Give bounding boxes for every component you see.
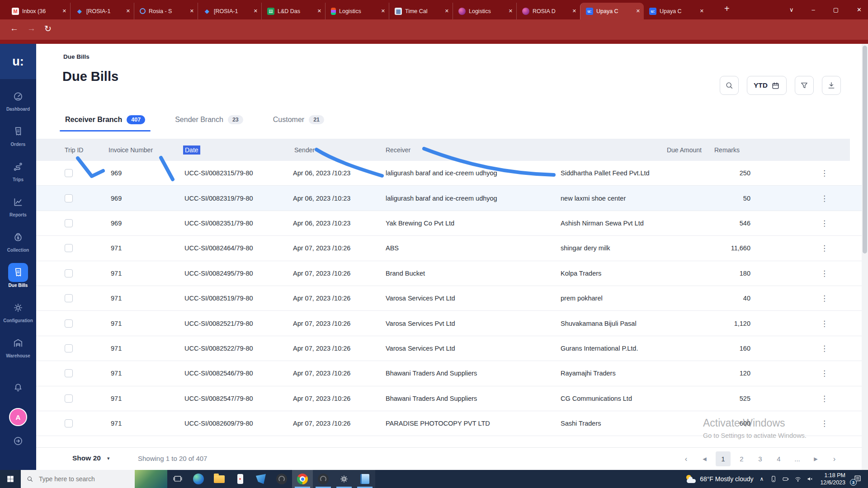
tray-volume-muted-icon[interactable] — [807, 475, 814, 483]
browser-tab[interactable]: [ROSIA-1 ✕ — [198, 3, 261, 19]
taskbar-app-file-explorer[interactable] — [209, 470, 230, 488]
row-menu-kebab-icon[interactable]: ⋮ — [821, 169, 829, 178]
page-scrollbar[interactable] — [862, 44, 868, 470]
forward-button[interactable]: → — [27, 23, 36, 33]
table-row[interactable]: 971 UCC-SI/0082609/79-80 Apr 07, 2023 /1… — [36, 411, 868, 436]
reload-button[interactable]: ↻ — [44, 23, 52, 34]
col-remarks[interactable]: Remarks — [714, 146, 740, 154]
window-minimize-button[interactable]: – — [812, 6, 815, 13]
row-checkbox[interactable] — [65, 344, 73, 352]
tab-close-icon[interactable]: ✕ — [509, 8, 513, 14]
sidebar-item-reports[interactable]: Reports — [0, 192, 36, 228]
browser-tab[interactable]: [ROSIA-1 ✕ — [70, 3, 134, 19]
app-logo[interactable]: u: — [0, 44, 36, 79]
browser-tab[interactable]: Rosia - S ✕ — [134, 3, 198, 19]
tray-battery-icon[interactable] — [782, 475, 789, 483]
row-menu-kebab-icon[interactable]: ⋮ — [821, 394, 829, 403]
taskbar-search-input[interactable] — [38, 475, 124, 483]
table-row[interactable]: 971 UCC-SI/0082519/79-80 Apr 07, 2023 /1… — [36, 286, 868, 311]
taskbar-app-dark-1[interactable] — [271, 470, 292, 488]
table-row[interactable]: 969 UCC-SI/0082319/79-80 Apr 06, 2023 /1… — [36, 186, 868, 211]
logout-icon[interactable] — [0, 435, 36, 447]
window-maximize-button[interactable]: ▢ — [833, 6, 839, 13]
page-tab[interactable]: Receiver Branch 407 — [63, 111, 147, 131]
sidebar-item-dashboard[interactable]: Dashboard — [0, 87, 36, 122]
pagination-prev-icon[interactable]: ◂ — [697, 451, 712, 466]
user-avatar[interactable]: A — [9, 408, 27, 426]
tab-close-icon[interactable]: ✕ — [254, 8, 258, 14]
taskbar-app-chrome[interactable] — [292, 470, 313, 488]
tab-close-icon[interactable]: ✕ — [700, 8, 704, 14]
col-trip-id[interactable]: Trip ID — [65, 146, 83, 154]
task-view-button[interactable] — [167, 470, 188, 488]
row-checkbox[interactable] — [65, 319, 73, 328]
tray-network-icon[interactable] — [794, 475, 802, 483]
col-sender[interactable]: Sender — [294, 146, 315, 154]
back-button[interactable]: ← — [10, 23, 19, 33]
filter-button[interactable] — [795, 76, 814, 95]
browser-tab[interactable]: ROSIA D ✕ — [516, 3, 580, 19]
row-menu-kebab-icon[interactable]: ⋮ — [821, 419, 829, 428]
row-checkbox[interactable] — [65, 244, 73, 252]
page-tab[interactable]: Sender Branch 23 — [173, 111, 245, 131]
row-menu-kebab-icon[interactable]: ⋮ — [821, 343, 829, 353]
row-checkbox[interactable] — [65, 294, 73, 302]
tab-close-icon[interactable]: ✕ — [445, 8, 449, 14]
row-checkbox[interactable] — [65, 169, 73, 177]
action-center-button[interactable]: 3 — [852, 473, 863, 485]
col-receiver[interactable]: Receiver — [386, 146, 410, 154]
taskbar-app-edge[interactable] — [188, 470, 209, 488]
col-invoice-number[interactable]: Invoice Number — [108, 146, 153, 154]
tab-search-chevron-icon[interactable]: ∨ — [789, 6, 794, 13]
row-menu-kebab-icon[interactable]: ⋮ — [821, 319, 829, 328]
browser-tab[interactable]: L&D Das ✕ — [261, 3, 325, 19]
taskbar-app-phone[interactable] — [230, 470, 250, 488]
tray-expand-chevron-icon[interactable]: ∧ — [760, 476, 764, 482]
row-menu-kebab-icon[interactable]: ⋮ — [821, 218, 829, 228]
start-button[interactable] — [0, 470, 21, 488]
taskbar-app-mail[interactable] — [250, 470, 271, 488]
table-row[interactable]: 969 UCC-SI/0082315/79-80 Apr 06, 2023 /1… — [36, 161, 868, 186]
row-checkbox[interactable] — [65, 219, 73, 227]
page-size-select[interactable]: Show 20 ▾ — [72, 454, 109, 462]
search-button[interactable] — [720, 76, 739, 95]
pagination-last-icon[interactable]: › — [827, 451, 842, 466]
pagination-page[interactable]: ... — [790, 451, 805, 466]
browser-tab[interactable]: Upaya C ✕ — [580, 3, 644, 19]
pagination-page[interactable]: 4 — [771, 451, 786, 466]
col-date-selected[interactable]: Date — [183, 145, 200, 155]
scrollbar-thumb[interactable] — [863, 46, 867, 253]
browser-tab[interactable]: Time Cal ✕ — [389, 3, 453, 19]
browser-tab[interactable]: Logistics ✕ — [453, 3, 516, 19]
taskbar-app-book[interactable] — [354, 470, 375, 488]
window-close-button[interactable]: ✕ — [857, 6, 862, 13]
table-row[interactable]: 971 UCC-SI/0082521/79-80 Apr 07, 2023 /1… — [36, 311, 868, 336]
pagination-page[interactable]: 3 — [753, 451, 768, 466]
pagination-next-icon[interactable]: ▸ — [808, 451, 823, 466]
table-row[interactable]: 971 UCC-SI/0082547/79-80 Apr 07, 2023 /1… — [36, 386, 868, 411]
sidebar-item-collection[interactable]: Collection — [0, 228, 36, 263]
table-row[interactable]: 971 UCC-SI/0082522/79-80 Apr 07, 2023 /1… — [36, 336, 868, 361]
table-row[interactable]: 971 UCC-SI/0082546/79-80 Apr 07, 2023 /1… — [36, 361, 868, 386]
row-menu-kebab-icon[interactable]: ⋮ — [821, 193, 829, 203]
taskbar-app-settings[interactable] — [334, 470, 354, 488]
row-checkbox[interactable] — [65, 269, 73, 277]
tab-close-icon[interactable]: ✕ — [126, 8, 130, 14]
browser-tab[interactable]: Upaya C ✕ — [644, 3, 708, 19]
table-row[interactable]: 971 UCC-SI/0082464/79-80 Apr 07, 2023 /1… — [36, 236, 868, 261]
table-row[interactable]: 971 UCC-SI/0082495/79-80 Apr 07, 2023 /1… — [36, 261, 868, 286]
widgets-weather-image[interactable] — [135, 470, 167, 488]
taskbar-search[interactable] — [21, 470, 135, 488]
row-menu-kebab-icon[interactable]: ⋮ — [821, 268, 829, 278]
tab-close-icon[interactable]: ✕ — [572, 8, 576, 14]
sidebar-item-configuration[interactable]: Configuration — [0, 298, 36, 333]
tab-close-icon[interactable]: ✕ — [381, 8, 385, 14]
tab-close-icon[interactable]: ✕ — [62, 8, 66, 14]
row-checkbox[interactable] — [65, 394, 73, 403]
tray-device-icon[interactable] — [770, 475, 777, 483]
table-row[interactable]: 969 UCC-SI/0082351/79-80 Apr 06, 2023 /1… — [36, 211, 868, 236]
pagination-first-icon[interactable]: ‹ — [679, 451, 693, 466]
browser-tab[interactable]: Logistics ✕ — [325, 3, 389, 19]
row-menu-kebab-icon[interactable]: ⋮ — [821, 369, 829, 378]
sidebar-item-orders[interactable]: Orders — [0, 122, 36, 157]
